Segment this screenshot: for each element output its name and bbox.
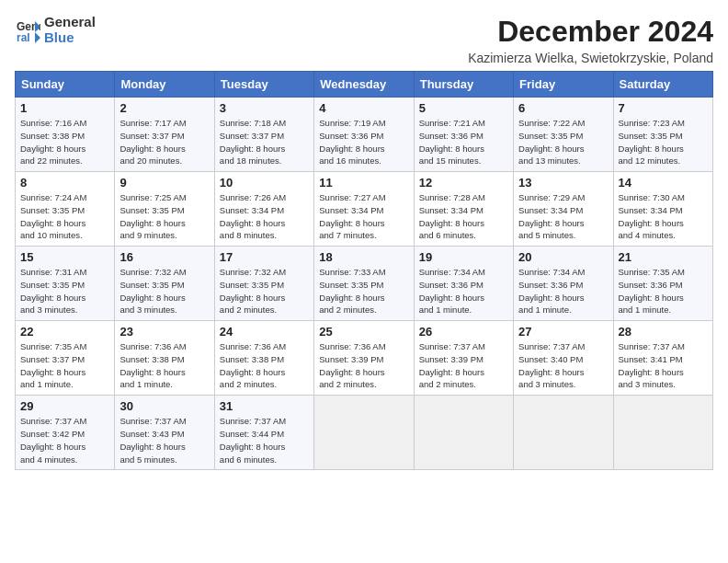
day-number: 23: [119, 325, 209, 339]
day-info: Sunrise: 7:29 AM Sunset: 3:34 PM Dayligh…: [518, 191, 608, 242]
day-info: Sunrise: 7:37 AM Sunset: 3:40 PM Dayligh…: [518, 340, 608, 391]
calendar-day-cell: 14Sunrise: 7:30 AM Sunset: 3:34 PM Dayli…: [613, 172, 712, 247]
calendar-day-cell: 28Sunrise: 7:37 AM Sunset: 3:41 PM Dayli…: [613, 321, 712, 396]
day-number: 7: [619, 101, 708, 115]
logo-icon: Gene ral: [15, 17, 40, 43]
day-number: 12: [419, 176, 508, 190]
calendar-table: SundayMondayTuesdayWednesdayThursdayFrid…: [15, 71, 713, 470]
day-number: 26: [419, 325, 508, 339]
weekday-header-cell: Tuesday: [214, 72, 313, 98]
day-info: Sunrise: 7:37 AM Sunset: 3:39 PM Dayligh…: [419, 340, 508, 391]
calendar-day-cell: 18Sunrise: 7:33 AM Sunset: 3:35 PM Dayli…: [314, 247, 414, 321]
weekday-header-cell: Friday: [514, 72, 613, 98]
calendar-day-cell: 21Sunrise: 7:35 AM Sunset: 3:36 PM Dayli…: [613, 247, 712, 321]
day-info: Sunrise: 7:18 AM Sunset: 3:37 PM Dayligh…: [220, 117, 309, 167]
day-number: 2: [119, 101, 209, 115]
calendar-day-cell: 25Sunrise: 7:36 AM Sunset: 3:39 PM Dayli…: [314, 321, 414, 396]
page-header: Gene ral General Blue December 2024 Kazi…: [15, 15, 713, 65]
day-info: Sunrise: 7:35 AM Sunset: 3:37 PM Dayligh…: [20, 340, 109, 391]
calendar-day-cell: 20Sunrise: 7:34 AM Sunset: 3:36 PM Dayli…: [514, 247, 613, 321]
calendar-day-cell: 24Sunrise: 7:36 AM Sunset: 3:38 PM Dayli…: [214, 321, 313, 396]
day-number: 9: [119, 176, 209, 190]
day-info: Sunrise: 7:35 AM Sunset: 3:36 PM Dayligh…: [619, 266, 708, 316]
location: Kazimierza Wielka, Swietokrzyskie, Polan…: [468, 51, 713, 65]
day-number: 5: [419, 101, 508, 115]
calendar-day-cell: 16Sunrise: 7:32 AM Sunset: 3:35 PM Dayli…: [115, 247, 214, 321]
calendar-day-cell: 22Sunrise: 7:35 AM Sunset: 3:37 PM Dayli…: [16, 321, 115, 396]
calendar-day-cell: 29Sunrise: 7:37 AM Sunset: 3:42 PM Dayli…: [16, 396, 115, 470]
day-number: 15: [20, 250, 109, 264]
day-number: 6: [518, 101, 608, 115]
day-info: Sunrise: 7:36 AM Sunset: 3:38 PM Dayligh…: [119, 340, 209, 391]
day-info: Sunrise: 7:30 AM Sunset: 3:34 PM Dayligh…: [619, 191, 708, 242]
calendar-day-cell: 8Sunrise: 7:24 AM Sunset: 3:35 PM Daylig…: [16, 172, 115, 247]
day-info: Sunrise: 7:27 AM Sunset: 3:34 PM Dayligh…: [319, 191, 408, 242]
day-info: Sunrise: 7:25 AM Sunset: 3:35 PM Dayligh…: [119, 191, 209, 242]
weekday-header-cell: Sunday: [16, 72, 115, 98]
calendar-day-cell: [514, 396, 613, 470]
day-info: Sunrise: 7:37 AM Sunset: 3:43 PM Dayligh…: [119, 415, 209, 465]
weekday-header-cell: Monday: [115, 72, 214, 98]
calendar-day-cell: 17Sunrise: 7:32 AM Sunset: 3:35 PM Dayli…: [214, 247, 313, 321]
svg-text:ral: ral: [17, 31, 30, 43]
calendar-day-cell: 27Sunrise: 7:37 AM Sunset: 3:40 PM Dayli…: [514, 321, 613, 396]
calendar-day-cell: [314, 396, 414, 470]
day-info: Sunrise: 7:37 AM Sunset: 3:44 PM Dayligh…: [220, 415, 309, 465]
title-block: December 2024 Kazimierza Wielka, Swietok…: [468, 15, 713, 65]
day-number: 20: [518, 250, 608, 264]
day-number: 22: [20, 325, 109, 339]
calendar-day-cell: 1Sunrise: 7:16 AM Sunset: 3:38 PM Daylig…: [16, 98, 115, 172]
day-info: Sunrise: 7:34 AM Sunset: 3:36 PM Dayligh…: [419, 266, 508, 316]
day-info: Sunrise: 7:26 AM Sunset: 3:34 PM Dayligh…: [220, 191, 309, 242]
month-title: December 2024: [468, 15, 713, 49]
day-number: 13: [518, 176, 608, 190]
day-number: 16: [119, 250, 209, 264]
calendar-week-row: 22Sunrise: 7:35 AM Sunset: 3:37 PM Dayli…: [16, 321, 713, 396]
calendar-day-cell: 10Sunrise: 7:26 AM Sunset: 3:34 PM Dayli…: [214, 172, 313, 247]
day-number: 31: [220, 399, 309, 413]
calendar-day-cell: 11Sunrise: 7:27 AM Sunset: 3:34 PM Dayli…: [314, 172, 414, 247]
calendar-day-cell: 15Sunrise: 7:31 AM Sunset: 3:35 PM Dayli…: [16, 247, 115, 321]
logo-text-general: General: [44, 15, 96, 30]
calendar-day-cell: 9Sunrise: 7:25 AM Sunset: 3:35 PM Daylig…: [115, 172, 214, 247]
day-number: 24: [220, 325, 309, 339]
day-info: Sunrise: 7:33 AM Sunset: 3:35 PM Dayligh…: [319, 266, 408, 316]
day-number: 29: [20, 399, 109, 413]
calendar-day-cell: 23Sunrise: 7:36 AM Sunset: 3:38 PM Dayli…: [115, 321, 214, 396]
day-number: 28: [619, 325, 708, 339]
day-info: Sunrise: 7:37 AM Sunset: 3:41 PM Dayligh…: [619, 340, 708, 391]
day-info: Sunrise: 7:23 AM Sunset: 3:35 PM Dayligh…: [619, 117, 708, 167]
day-number: 4: [319, 101, 408, 115]
day-info: Sunrise: 7:21 AM Sunset: 3:36 PM Dayligh…: [419, 117, 508, 167]
day-info: Sunrise: 7:32 AM Sunset: 3:35 PM Dayligh…: [220, 266, 309, 316]
day-info: Sunrise: 7:22 AM Sunset: 3:35 PM Dayligh…: [518, 117, 608, 167]
calendar-day-cell: 26Sunrise: 7:37 AM Sunset: 3:39 PM Dayli…: [414, 321, 513, 396]
weekday-header-cell: Saturday: [613, 72, 712, 98]
day-number: 21: [619, 250, 708, 264]
day-number: 25: [319, 325, 408, 339]
weekday-header-row: SundayMondayTuesdayWednesdayThursdayFrid…: [16, 72, 713, 98]
day-number: 10: [220, 176, 309, 190]
day-info: Sunrise: 7:34 AM Sunset: 3:36 PM Dayligh…: [518, 266, 608, 316]
day-number: 17: [220, 250, 309, 264]
calendar-day-cell: 7Sunrise: 7:23 AM Sunset: 3:35 PM Daylig…: [613, 98, 712, 172]
calendar-day-cell: 3Sunrise: 7:18 AM Sunset: 3:37 PM Daylig…: [214, 98, 313, 172]
day-info: Sunrise: 7:16 AM Sunset: 3:38 PM Dayligh…: [20, 117, 109, 167]
calendar-body: 1Sunrise: 7:16 AM Sunset: 3:38 PM Daylig…: [16, 98, 713, 470]
logo-text-blue: Blue: [44, 30, 96, 46]
weekday-header-cell: Thursday: [414, 72, 513, 98]
calendar-day-cell: 4Sunrise: 7:19 AM Sunset: 3:36 PM Daylig…: [314, 98, 414, 172]
day-info: Sunrise: 7:24 AM Sunset: 3:35 PM Dayligh…: [20, 191, 109, 242]
calendar-day-cell: [414, 396, 513, 470]
day-number: 18: [319, 250, 408, 264]
day-number: 8: [20, 176, 109, 190]
day-number: 1: [20, 101, 109, 115]
calendar-day-cell: 13Sunrise: 7:29 AM Sunset: 3:34 PM Dayli…: [514, 172, 613, 247]
day-number: 3: [220, 101, 309, 115]
calendar-week-row: 29Sunrise: 7:37 AM Sunset: 3:42 PM Dayli…: [16, 396, 713, 470]
calendar-day-cell: 5Sunrise: 7:21 AM Sunset: 3:36 PM Daylig…: [414, 98, 513, 172]
calendar-week-row: 8Sunrise: 7:24 AM Sunset: 3:35 PM Daylig…: [16, 172, 713, 247]
day-number: 30: [119, 399, 209, 413]
day-info: Sunrise: 7:37 AM Sunset: 3:42 PM Dayligh…: [20, 415, 109, 465]
day-info: Sunrise: 7:19 AM Sunset: 3:36 PM Dayligh…: [319, 117, 408, 167]
